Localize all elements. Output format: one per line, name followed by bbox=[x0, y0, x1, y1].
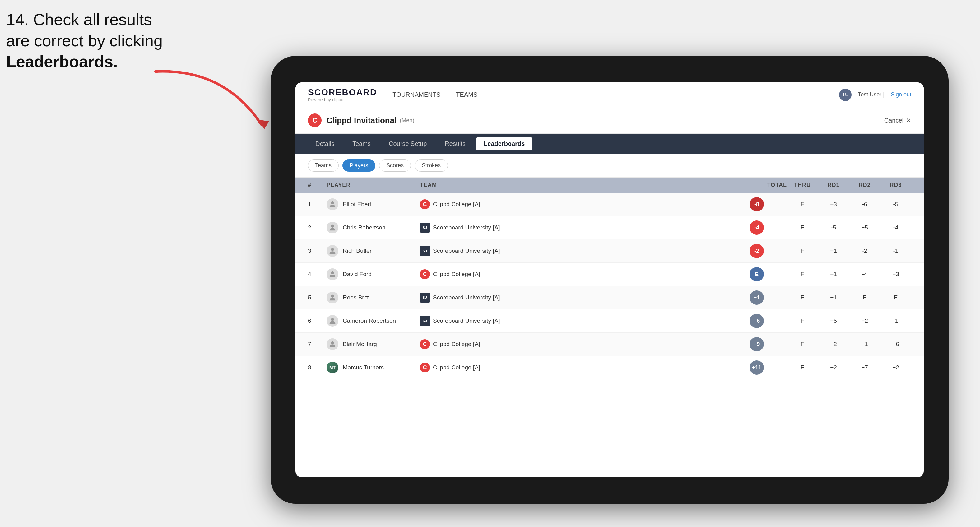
player-cell: MT Marcus Turners bbox=[326, 362, 420, 373]
player-cell: David Ford bbox=[326, 268, 420, 280]
table-row: 5 Rees Britt SU Scoreboard University [A… bbox=[296, 286, 924, 310]
col-rank: # bbox=[308, 182, 326, 189]
nav-tournaments[interactable]: TOURNAMENTS bbox=[393, 89, 441, 100]
filter-row: Teams Players Scores Strokes bbox=[296, 154, 924, 178]
user-avatar: TU bbox=[839, 89, 851, 101]
score-badge: -2 bbox=[749, 244, 764, 258]
logo-sub: Powered by clippd bbox=[308, 97, 377, 102]
svg-marker-0 bbox=[258, 120, 269, 129]
rd1-cell: +1 bbox=[818, 271, 849, 278]
tournament-header: C Clippd Invitational (Men) Cancel ✕ bbox=[296, 107, 924, 134]
avatar bbox=[326, 268, 338, 280]
rd1-cell: +1 bbox=[818, 248, 849, 254]
table-row: 1 Elliot Ebert C Clippd College [A] -8 F… bbox=[296, 193, 924, 216]
filter-teams[interactable]: Teams bbox=[308, 159, 339, 171]
table-row: 6 Cameron Robertson SU Scoreboard Univer… bbox=[296, 310, 924, 333]
tablet-device: SCOREBOARD Powered by clippd TOURNAMENTS… bbox=[270, 56, 948, 504]
rd3-cell: +3 bbox=[880, 271, 911, 278]
rank-cell: 5 bbox=[308, 294, 326, 301]
logo-text: SCOREBOARD bbox=[308, 87, 377, 97]
team-logo: C bbox=[420, 199, 430, 209]
col-rd3: RD3 bbox=[880, 182, 911, 189]
avatar bbox=[326, 315, 338, 327]
rd3-cell: +6 bbox=[880, 341, 911, 348]
svg-point-3 bbox=[331, 248, 334, 251]
team-cell: C Clippd College [A] bbox=[420, 362, 749, 373]
svg-point-5 bbox=[331, 295, 334, 298]
thru-cell: F bbox=[787, 248, 818, 254]
player-cell: Cameron Robertson bbox=[326, 315, 420, 327]
total-cell: +11 bbox=[749, 360, 787, 375]
svg-point-6 bbox=[331, 318, 334, 321]
col-player: PLAYER bbox=[326, 182, 420, 189]
sub-navigation: Details Teams Course Setup Results Leade… bbox=[296, 134, 924, 154]
team-logo: SU bbox=[420, 292, 430, 303]
top-navigation: SCOREBOARD Powered by clippd TOURNAMENTS… bbox=[296, 83, 924, 107]
thru-cell: F bbox=[787, 317, 818, 324]
table-header: # PLAYER TEAM TOTAL THRU RD1 RD2 RD3 bbox=[296, 178, 924, 193]
rank-cell: 6 bbox=[308, 317, 326, 324]
avatar bbox=[326, 198, 338, 210]
total-cell: -2 bbox=[749, 244, 787, 258]
rd2-cell: +2 bbox=[849, 317, 880, 324]
table-row: 3 Rich Butler SU Scoreboard University [… bbox=[296, 240, 924, 263]
player-cell: Blair McHarg bbox=[326, 338, 420, 350]
rd3-cell: +2 bbox=[880, 364, 911, 371]
rank-cell: 8 bbox=[308, 364, 326, 371]
rank-cell: 1 bbox=[308, 201, 326, 208]
rd2-cell: +7 bbox=[849, 364, 880, 371]
rd3-cell: -1 bbox=[880, 317, 911, 324]
tournament-subtitle: (Men) bbox=[400, 117, 414, 124]
team-cell: C Clippd College [A] bbox=[420, 339, 749, 349]
tab-teams[interactable]: Teams bbox=[345, 137, 378, 151]
tab-course-setup[interactable]: Course Setup bbox=[381, 137, 434, 151]
thru-cell: F bbox=[787, 201, 818, 208]
sign-out-link[interactable]: Sign out bbox=[891, 91, 911, 98]
score-badge: -4 bbox=[749, 221, 764, 235]
rd3-cell: -4 bbox=[880, 224, 911, 231]
filter-strokes[interactable]: Strokes bbox=[415, 159, 448, 171]
thru-cell: F bbox=[787, 364, 818, 371]
rank-cell: 2 bbox=[308, 224, 326, 231]
nav-right: TU Test User | Sign out bbox=[839, 89, 911, 101]
rd2-cell: +1 bbox=[849, 341, 880, 348]
team-cell: SU Scoreboard University [A] bbox=[420, 292, 749, 303]
team-cell: C Clippd College [A] bbox=[420, 199, 749, 209]
tournament-icon: C bbox=[308, 113, 321, 127]
nav-links: TOURNAMENTS TEAMS bbox=[393, 89, 839, 100]
team-cell: SU Scoreboard University [A] bbox=[420, 222, 749, 233]
tablet-screen: SCOREBOARD Powered by clippd TOURNAMENTS… bbox=[296, 83, 924, 477]
arrow-annotation bbox=[130, 62, 286, 140]
nav-teams[interactable]: TEAMS bbox=[456, 89, 477, 100]
player-cell: Elliot Ebert bbox=[326, 198, 420, 210]
player-cell: Rees Britt bbox=[326, 292, 420, 303]
team-logo: SU bbox=[420, 316, 430, 326]
thru-cell: F bbox=[787, 224, 818, 231]
score-badge: -8 bbox=[749, 197, 764, 211]
thru-cell: F bbox=[787, 341, 818, 348]
avatar bbox=[326, 245, 338, 257]
tab-results[interactable]: Results bbox=[437, 137, 473, 151]
player-cell: Rich Butler bbox=[326, 245, 420, 257]
cancel-button[interactable]: Cancel ✕ bbox=[884, 117, 911, 124]
filter-players[interactable]: Players bbox=[342, 159, 375, 171]
total-cell: +6 bbox=[749, 314, 787, 328]
total-cell: +9 bbox=[749, 337, 787, 351]
team-cell: C Clippd College [A] bbox=[420, 269, 749, 279]
col-team: TEAM bbox=[420, 182, 749, 189]
score-badge: +9 bbox=[749, 337, 764, 351]
team-logo: C bbox=[420, 269, 430, 279]
team-logo: C bbox=[420, 339, 430, 349]
thru-cell: F bbox=[787, 294, 818, 301]
thru-cell: F bbox=[787, 271, 818, 278]
rd1-cell: -5 bbox=[818, 224, 849, 231]
score-badge: +11 bbox=[749, 360, 764, 375]
user-name: Test User | bbox=[858, 91, 885, 98]
tab-details[interactable]: Details bbox=[308, 137, 342, 151]
rank-cell: 3 bbox=[308, 248, 326, 254]
col-rd2: RD2 bbox=[849, 182, 880, 189]
tab-leaderboards[interactable]: Leaderboards bbox=[476, 137, 532, 151]
total-cell: -4 bbox=[749, 221, 787, 235]
filter-scores[interactable]: Scores bbox=[379, 159, 411, 171]
team-cell: SU Scoreboard University [A] bbox=[420, 246, 749, 256]
